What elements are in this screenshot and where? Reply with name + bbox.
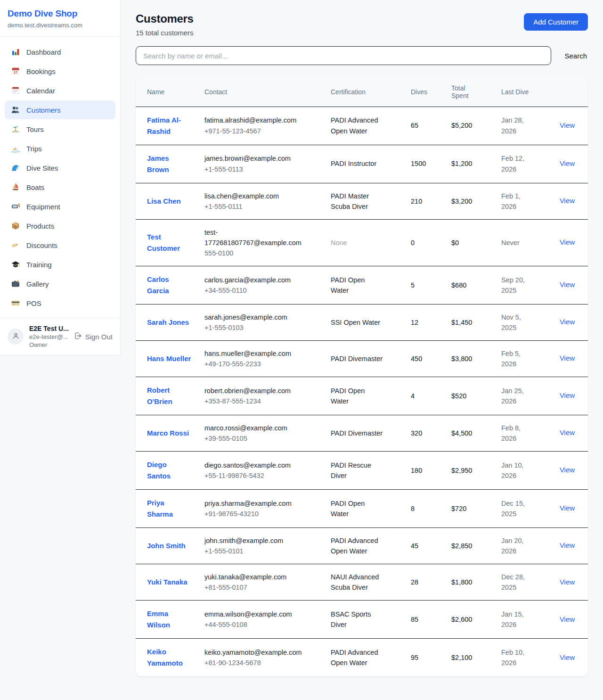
sidebar-item-dashboard[interactable]: Dashboard (5, 42, 115, 61)
add-customer-button[interactable]: Add Customer (524, 13, 588, 31)
customer-name-link[interactable]: Keiko Yamamoto (147, 648, 183, 667)
sidebar-item-equipment[interactable]: Equipment (5, 197, 115, 216)
customer-phone: +44-555-0108 (204, 619, 303, 630)
customer-name-link[interactable]: Priya Sharma (147, 499, 173, 518)
view-customer-link[interactable]: View (560, 504, 575, 512)
view-customer-link[interactable]: View (560, 197, 575, 205)
view-customer-link[interactable]: View (560, 238, 575, 246)
view-customer-link[interactable]: View (560, 121, 575, 129)
customer-name-link[interactable]: Robert O'Brien (147, 386, 172, 405)
customer-name-link[interactable]: Fatima Al-Rashid (147, 116, 181, 135)
view-customer-link[interactable]: View (560, 428, 575, 436)
customer-name-link[interactable]: Lisa Chen (147, 197, 181, 205)
customer-dives: 85 (411, 600, 451, 638)
customer-email: robert.obrien@example.com (204, 386, 303, 396)
avatar (8, 329, 24, 345)
view-customer-link[interactable]: View (560, 318, 575, 326)
customer-name-link[interactable]: John Smith (147, 542, 186, 550)
customer-total-spent: $5,200 (451, 107, 501, 145)
customer-total-spent: $1,450 (451, 304, 501, 340)
user-name: E2E Test U... (29, 325, 68, 332)
tag-icon (11, 240, 20, 250)
sidebar-item-gallery[interactable]: Gallery (5, 274, 115, 293)
customer-last-dive: Feb 10, 2026 (501, 638, 551, 676)
customer-name-link[interactable]: Sarah Jones (147, 318, 189, 326)
view-customer-link[interactable]: View (560, 391, 575, 399)
view-customer-link[interactable]: View (560, 541, 575, 549)
customer-last-dive: Feb 5, 2026 (501, 340, 551, 377)
desert-island-icon (11, 124, 20, 134)
view-customer-link[interactable]: View (560, 159, 575, 167)
customer-total-spent: $680 (451, 266, 501, 304)
customer-certification: PADI Open Water (331, 489, 411, 527)
customer-dives: 28 (411, 564, 451, 600)
shop-title: Demo Dive Shop (8, 8, 113, 19)
view-customer-link[interactable]: View (560, 578, 575, 586)
svg-text:17: 17 (14, 71, 17, 74)
sidebar-item-boats[interactable]: Boats (5, 178, 115, 197)
wave-icon (11, 163, 20, 173)
sidebar-item-calendar[interactable]: Calendar (5, 81, 115, 100)
sign-out-button[interactable]: Sign Out (74, 332, 113, 341)
customer-name-link[interactable]: James Brown (147, 154, 169, 173)
customer-phone: +971-55-123-4567 (204, 126, 303, 136)
customer-certification: PADI Instructor (331, 145, 411, 183)
view-customer-link[interactable]: View (560, 615, 575, 623)
customer-last-dive: Jan 20, 2026 (501, 527, 551, 564)
customer-last-dive: Jan 28, 2026 (501, 107, 551, 145)
sidebar-item-products[interactable]: Products (5, 216, 115, 235)
sidebar-item-customers[interactable]: Customers (5, 100, 115, 119)
customer-name-link[interactable]: Marco Rossi (147, 429, 189, 437)
customer-name-link[interactable]: Yuki Tanaka (147, 578, 187, 586)
customer-dives: 210 (411, 183, 451, 219)
table-row: Diego Santos diego.santos@example.com +5… (136, 451, 588, 489)
customer-dives: 95 (411, 638, 451, 676)
sidebar-item-pos[interactable]: POS (5, 294, 115, 313)
customer-name-link[interactable]: Carlos Garcia (147, 275, 169, 295)
sidebar-item-training[interactable]: Training (5, 255, 115, 274)
customer-email: emma.wilson@example.com (204, 609, 303, 619)
view-customer-link[interactable]: View (560, 653, 575, 661)
graduation-cap-icon (11, 260, 20, 269)
search-button[interactable]: Search (563, 50, 588, 62)
sidebar-item-label: Calendar (26, 87, 55, 95)
view-customer-link[interactable]: View (560, 280, 575, 288)
customer-phone: +1-555-0103 (204, 322, 303, 333)
package-icon (11, 221, 20, 231)
customer-name-link[interactable]: Emma Wilson (147, 609, 170, 629)
customer-dives: 5 (411, 266, 451, 304)
sidebar-item-label: Equipment (26, 203, 60, 211)
sidebar: Demo Dive Shop demo.test.divestreams.com… (0, 0, 121, 355)
view-customer-link[interactable]: View (560, 466, 575, 474)
page-header: Customers 15 total customers Add Custome… (136, 12, 588, 37)
customer-name-link[interactable]: Diego Santos (147, 461, 171, 480)
customer-total-spent: $1,200 (451, 145, 501, 183)
column-header-actions (551, 77, 588, 107)
sidebar-item-label: Products (26, 222, 54, 230)
sidebar-item-discounts[interactable]: Discounts (5, 236, 115, 255)
sidebar-item-label: Training (26, 261, 52, 269)
customer-dives: 12 (411, 304, 451, 340)
customer-phone: +81-555-0107 (204, 582, 303, 593)
customer-dives: 45 (411, 527, 451, 564)
customer-certification: PADI Rescue Diver (331, 451, 411, 489)
sidebar-item-trips[interactable]: Trips (5, 139, 115, 158)
customer-total-spent: $3,200 (451, 183, 501, 219)
page-subtitle: 15 total customers (136, 29, 194, 37)
customer-total-spent: $2,950 (451, 451, 501, 489)
customer-name-link[interactable]: Test Customer (147, 233, 180, 252)
search-input[interactable] (136, 46, 551, 65)
customer-name-link[interactable]: Hans Mueller (147, 354, 191, 362)
customer-last-dive: Never (501, 219, 551, 266)
customer-last-dive: Feb 8, 2026 (501, 415, 551, 451)
table-row: Priya Sharma priya.sharma@example.com +9… (136, 489, 588, 527)
camera-icon (11, 279, 20, 288)
sidebar-item-label: Discounts (26, 241, 57, 249)
sidebar-item-dive-sites[interactable]: Dive Sites (5, 158, 115, 177)
view-customer-link[interactable]: View (560, 354, 575, 362)
speedboat-icon (11, 144, 20, 153)
table-row: James Brown james.brown@example.com +1-5… (136, 145, 588, 183)
sidebar-item-bookings[interactable]: 17 Bookings (5, 62, 115, 81)
sidebar-item-label: Dashboard (26, 48, 61, 56)
sidebar-item-tours[interactable]: Tours (5, 120, 115, 139)
